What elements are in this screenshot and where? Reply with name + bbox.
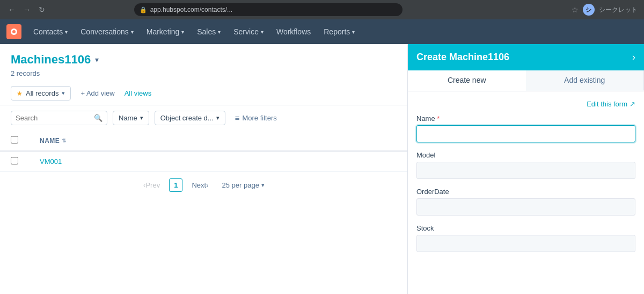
star-icon: ★ [17, 90, 23, 97]
edit-form-link-container: Edit this form ↗ [416, 100, 635, 108]
tab-create-new[interactable]: Create new [408, 70, 526, 91]
panel-tabs: Create new Add existing [408, 70, 644, 91]
main-content: Machines1106 ▾ 2 records ★ All records ▾… [0, 44, 644, 294]
row-name-cell: VM001 [29, 151, 407, 172]
external-link-icon: ↗ [630, 100, 635, 108]
search-box[interactable]: 🔍 [11, 111, 107, 125]
reload-button[interactable]: ↻ [36, 4, 47, 15]
hubspot-logo[interactable] [6, 24, 21, 39]
nav-sales[interactable]: Sales ▾ [192, 24, 226, 39]
form-group-model: Model [416, 151, 635, 179]
name-label: Name * [416, 114, 635, 123]
data-table: NAME ⇅ VM001 [0, 131, 407, 172]
add-view-button[interactable]: + Add view [76, 87, 119, 100]
panel-header: Create Machine1106 › [408, 44, 644, 70]
nav-workflows[interactable]: Workflows [271, 24, 316, 39]
panel-close-button[interactable]: › [632, 52, 635, 63]
more-filters-icon: ≡ [235, 113, 240, 123]
nav-reports[interactable]: Reports ▾ [318, 24, 360, 39]
name-input[interactable] [416, 125, 635, 142]
per-page-chevron-icon: ▾ [261, 182, 265, 189]
secret-label: シークレット [599, 5, 638, 15]
address-text: app.hubspot.com/contacts/... [150, 6, 232, 13]
sales-chevron-icon: ▾ [218, 29, 221, 35]
orderdate-label: OrderDate [416, 188, 635, 196]
table-row: VM001 [0, 151, 407, 172]
forward-button[interactable]: → [21, 4, 32, 15]
form-group-stock: Stock [416, 224, 635, 252]
star-icon[interactable]: ☆ [572, 5, 579, 14]
toolbar: ★ All records ▾ + Add view All views [0, 82, 407, 105]
required-star: * [437, 114, 440, 123]
select-all-checkbox[interactable] [11, 136, 18, 144]
nav-service[interactable]: Service ▾ [228, 24, 269, 39]
current-page: 1 [169, 178, 182, 192]
search-input[interactable] [16, 114, 91, 122]
contacts-chevron-icon: ▾ [65, 29, 68, 35]
row-checkbox-cell [0, 151, 29, 172]
all-records-chevron-icon: ▾ [62, 90, 65, 97]
top-nav: Contacts ▾ Conversations ▾ Marketing ▾ S… [0, 19, 644, 44]
search-icon: 🔍 [94, 114, 103, 122]
app-container: Contacts ▾ Conversations ▾ Marketing ▾ S… [0, 19, 644, 294]
more-filters-button[interactable]: ≡ More filters [231, 111, 281, 125]
marketing-chevron-icon: ▾ [181, 29, 184, 35]
edit-form-link[interactable]: Edit this form ↗ [587, 100, 635, 108]
row-checkbox[interactable] [11, 157, 18, 164]
model-label: Model [416, 151, 635, 159]
all-records-button[interactable]: ★ All records ▾ [11, 86, 71, 101]
filter-bar: 🔍 Name ▾ Object create d... ▾ ≡ More fil… [0, 105, 407, 131]
stock-input[interactable] [416, 235, 635, 252]
page-header: Machines1106 ▾ 2 records [0, 44, 407, 82]
name-filter-chevron-icon: ▾ [140, 114, 143, 121]
form-group-orderdate: OrderDate [416, 188, 635, 216]
tab-add-existing[interactable]: Add existing [526, 70, 645, 91]
all-views-link[interactable]: All views [125, 89, 152, 97]
service-chevron-icon: ▾ [261, 29, 264, 35]
back-button[interactable]: ← [6, 4, 17, 15]
conversations-chevron-icon: ▾ [131, 29, 134, 35]
date-filter-button[interactable]: Object create d... ▾ [155, 111, 225, 125]
nav-conversations[interactable]: Conversations ▾ [75, 24, 139, 39]
browser-right-icons: ☆ シ シークレット [572, 4, 638, 16]
avatar: シ [583, 4, 595, 16]
stock-label: Stock [416, 224, 635, 232]
record-link[interactable]: VM001 [40, 157, 62, 166]
orderdate-input[interactable] [416, 198, 635, 216]
sort-icon: ⇅ [62, 138, 67, 144]
left-panel: Machines1106 ▾ 2 records ★ All records ▾… [0, 44, 408, 294]
panel-form: Edit this form ↗ Name * Model [408, 91, 644, 269]
model-input[interactable] [416, 162, 635, 179]
name-column-header[interactable]: NAME ⇅ [29, 131, 407, 151]
lock-icon: 🔒 [140, 6, 147, 13]
records-count: 2 records [11, 69, 40, 77]
right-panel: Create Machine1106 › Create new Add exis… [408, 44, 644, 294]
nav-marketing[interactable]: Marketing ▾ [141, 24, 189, 39]
name-filter-button[interactable]: Name ▾ [113, 111, 149, 125]
nav-items: Contacts ▾ Conversations ▾ Marketing ▾ S… [28, 24, 360, 39]
next-button[interactable]: Next › [187, 178, 213, 192]
page-title-dropdown-icon[interactable]: ▾ [95, 55, 99, 64]
next-arrow-icon: › [206, 181, 208, 189]
nav-contacts[interactable]: Contacts ▾ [28, 24, 73, 39]
panel-title: Create Machine1106 [416, 52, 509, 63]
form-group-name: Name * [416, 114, 635, 142]
pagination: ‹ Prev 1 Next › 25 per page ▾ [0, 172, 407, 198]
table-header-row: NAME ⇅ [0, 131, 407, 151]
prev-button[interactable]: ‹ Prev [138, 178, 165, 192]
page-title-row: Machines1106 ▾ [11, 53, 397, 67]
svg-point-2 [12, 30, 16, 33]
date-filter-chevron-icon: ▾ [216, 114, 219, 121]
page-title: Machines1106 [11, 53, 91, 67]
select-all-cell [0, 131, 29, 151]
per-page-button[interactable]: 25 per page ▾ [217, 179, 268, 191]
browser-chrome: ← → ↻ 🔒 app.hubspot.com/contacts/... ☆ シ… [0, 0, 644, 19]
address-bar: 🔒 app.hubspot.com/contacts/... [134, 3, 402, 16]
reports-chevron-icon: ▾ [352, 29, 355, 35]
